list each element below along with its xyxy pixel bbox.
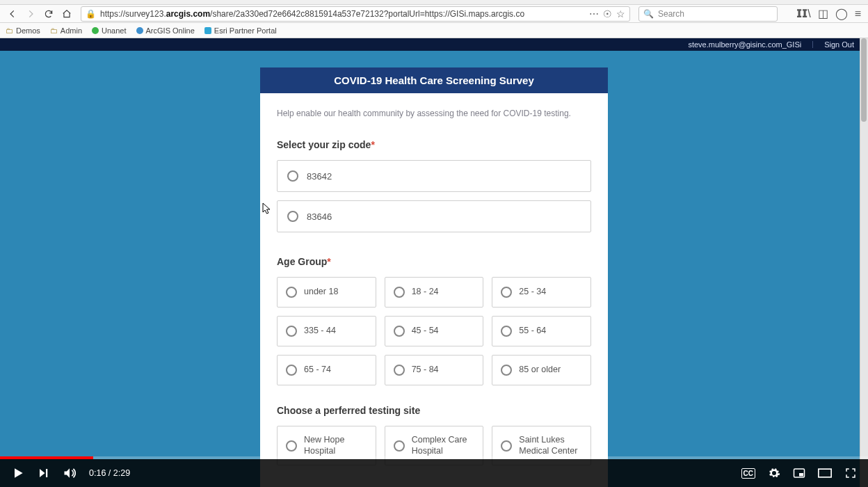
question-age-label: Age Group* [277, 256, 591, 267]
age-option[interactable]: 25 - 34 [492, 277, 591, 308]
option-label: New Hope Hospital [304, 435, 367, 456]
zip-option-83646[interactable]: 83646 [277, 200, 591, 232]
fullscreen-button[interactable] [844, 467, 857, 479]
theater-button[interactable] [818, 468, 832, 478]
page-viewport: steve.mulberry@gisinc.com_GISi Sign Out … [0, 38, 868, 487]
radio-icon [286, 326, 297, 337]
option-label: 55 - 64 [519, 326, 546, 337]
option-label: 75 - 84 [412, 365, 439, 376]
age-option[interactable]: 75 - 84 [385, 355, 484, 385]
separator [812, 41, 813, 48]
bookmark-arcgis[interactable]: ArcGIS Online [136, 26, 195, 35]
folder-icon: 🗀 [6, 26, 13, 35]
svg-rect-1 [799, 473, 803, 477]
bookmark-esri-partner[interactable]: Esri Partner Portal [204, 26, 277, 35]
bookmarks-toolbar: 🗀Demos 🗀Admin Unanet ArcGIS Online Esri … [0, 23, 868, 38]
url-text: https://survey123.arcgis.com/share/2a330… [100, 9, 585, 19]
reload-button[interactable] [40, 7, 57, 21]
radio-icon [394, 440, 405, 452]
menu-icon[interactable]: ≡ [855, 8, 861, 20]
age-option[interactable]: 55 - 64 [492, 316, 591, 346]
age-option[interactable]: 65 - 74 [277, 355, 376, 385]
option-label: 25 - 34 [519, 287, 546, 298]
app-top-bar: steve.mulberry@gisinc.com_GISi Sign Out [0, 38, 868, 51]
radio-icon [501, 440, 512, 452]
age-options-grid: under 18 18 - 24 25 - 34 335 - 44 45 - 5… [277, 277, 591, 385]
bookmark-unanet[interactable]: Unanet [92, 26, 126, 35]
favicon-icon [136, 27, 143, 34]
miniplayer-button[interactable] [793, 467, 805, 479]
radio-icon [501, 365, 512, 376]
next-button[interactable] [38, 467, 50, 479]
favicon-icon [204, 27, 211, 34]
svg-rect-2 [819, 469, 831, 477]
sidebar-icon[interactable]: ◫ [818, 7, 828, 20]
radio-icon [286, 440, 297, 452]
survey-intro: Help enable our health community by asse… [277, 109, 591, 118]
bookmark-admin[interactable]: 🗀Admin [50, 26, 82, 35]
age-option[interactable]: 85 or older [492, 355, 591, 385]
search-bar[interactable]: 🔍 Search [638, 6, 778, 22]
option-label: 45 - 54 [412, 326, 439, 337]
address-bar-row: 🔒 https://survey123.arcgis.com/share/2a3… [0, 5, 868, 23]
radio-icon [394, 365, 405, 376]
back-button[interactable] [4, 7, 21, 21]
option-label: Saint Lukes Medical Center [519, 435, 582, 456]
scrollbar-thumb[interactable] [861, 38, 867, 122]
radio-icon [286, 365, 297, 376]
survey-title: COVID-19 Health Care Screening Survey [260, 67, 608, 93]
radio-icon [501, 287, 512, 298]
radio-icon [287, 211, 298, 222]
reader-icon[interactable]: ☉ [603, 8, 612, 19]
age-option[interactable]: 335 - 44 [277, 316, 376, 346]
radio-icon [287, 170, 298, 182]
forward-button[interactable] [22, 7, 39, 21]
video-control-bar: 0:16 / 2:29 CC [0, 459, 868, 487]
library-icon[interactable]: 𝗜𝗜\ [796, 7, 810, 20]
age-option[interactable]: 18 - 24 [385, 277, 484, 308]
url-bar[interactable]: 🔒 https://survey123.arcgis.com/share/2a3… [81, 6, 630, 22]
option-label: 18 - 24 [412, 287, 439, 298]
video-time: 0:16 / 2:29 [89, 468, 130, 478]
favicon-icon [92, 27, 99, 34]
option-label: 85 or older [519, 365, 561, 376]
option-label: Complex Care Hospital [412, 435, 475, 456]
radio-icon [394, 326, 405, 337]
question-site-label: Choose a perferred testing site [277, 405, 591, 416]
captions-button[interactable]: CC [741, 468, 755, 479]
age-option[interactable]: 45 - 54 [385, 316, 484, 346]
option-label: 65 - 74 [304, 365, 331, 376]
search-placeholder: Search [658, 9, 684, 19]
radio-icon [394, 287, 405, 298]
settings-button[interactable] [768, 467, 780, 479]
age-option[interactable]: under 18 [277, 277, 376, 308]
option-label: 83646 [307, 211, 332, 222]
folder-icon: 🗀 [50, 26, 58, 35]
bookmark-demos[interactable]: 🗀Demos [6, 26, 40, 35]
option-label: 335 - 44 [304, 326, 336, 337]
play-button[interactable] [11, 466, 25, 480]
radio-icon [286, 287, 297, 298]
option-label: 83642 [307, 171, 332, 182]
volume-button[interactable] [63, 466, 77, 480]
zip-option-83642[interactable]: 83642 [277, 160, 591, 192]
sign-out-link[interactable]: Sign Out [824, 40, 854, 49]
lock-icon: 🔒 [86, 9, 96, 19]
tab-strip [0, 0, 868, 5]
question-zip-label: Select your zip code* [277, 139, 591, 150]
scrollbar[interactable] [860, 38, 868, 487]
survey-card: COVID-19 Health Care Screening Survey He… [260, 67, 608, 487]
radio-icon [501, 326, 512, 337]
search-icon: 🔍 [643, 9, 654, 19]
user-label[interactable]: steve.mulberry@gisinc.com_GISi [688, 40, 801, 49]
bookmark-star-icon[interactable]: ☆ [616, 8, 625, 19]
home-button[interactable] [58, 7, 75, 21]
url-actions: ⋯ ☉ ☆ [589, 8, 625, 19]
option-label: under 18 [304, 287, 338, 298]
page-actions-icon[interactable]: ⋯ [589, 8, 599, 19]
account-icon[interactable]: ◯ [835, 7, 848, 20]
